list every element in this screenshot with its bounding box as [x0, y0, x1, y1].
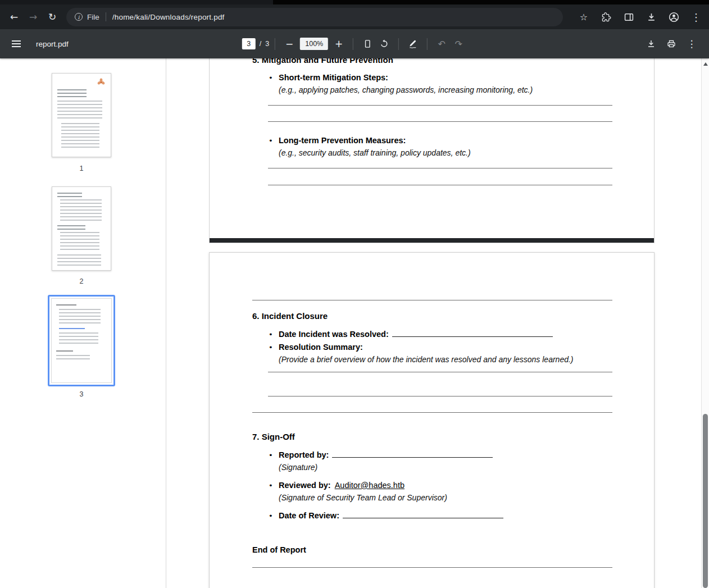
toolbar-divider [275, 38, 275, 50]
ruled-line [268, 121, 612, 122]
reviewed-by-item: •Reviewed by:Auditor@hades.htb [269, 480, 405, 491]
pdf-toolbar-center: 3 / 3 − 100% + ↶ ↷ [242, 29, 467, 58]
page-number-input[interactable]: 3 [242, 38, 256, 49]
profile-avatar-icon[interactable] [665, 8, 682, 25]
fill-in-blank[interactable] [392, 329, 553, 337]
thumbnail-link-line [59, 328, 85, 329]
pdf-more-options-icon[interactable]: ⋮ [683, 35, 700, 52]
short-term-item: •Short-term Mitigation Steps: [269, 72, 388, 83]
pdf-toolbar-right: ⋮ [643, 35, 700, 52]
fit-page-icon[interactable] [359, 35, 376, 52]
ruled-line [252, 300, 612, 300]
ruled-line [268, 396, 612, 396]
address-bar[interactable]: i File /home/kali/Downloads/report.pdf [66, 8, 563, 26]
bullet-icon: • [269, 342, 279, 353]
section5-heading: 5. Mitigation and Future Prevention [252, 58, 393, 66]
thumbnail-text-lines [61, 123, 99, 149]
thumbnail-text-lines [56, 350, 73, 352]
menu-icon[interactable] [6, 33, 27, 54]
pdf-page-2: 5. Mitigation and Future Prevention •Sho… [209, 58, 655, 243]
reload-icon[interactable]: ↻ [43, 7, 62, 26]
print-icon[interactable] [663, 35, 680, 52]
page-total: 3 [265, 40, 269, 48]
page-thumbnail-1[interactable] [52, 73, 111, 157]
toolbar-divider [427, 38, 428, 50]
thumbnail-label-2: 2 [52, 277, 111, 285]
thumbnail-label-3: 3 [48, 390, 115, 398]
bullet-icon: • [269, 329, 279, 340]
bookmark-star-icon[interactable]: ☆ [575, 8, 592, 25]
short-term-label: Short-term Mitigation Steps: [279, 73, 388, 82]
page-count-divider: / [260, 40, 261, 48]
pdf-viewer[interactable]: 5. Mitigation and Future Prevention •Sho… [167, 58, 701, 588]
toolbar-divider [398, 38, 399, 50]
long-term-label: Long-term Prevention Measures: [279, 136, 406, 145]
reported-by-label: Reported by: [279, 450, 329, 459]
document-title: report.pdf [36, 40, 69, 48]
thumbnail-text-lines [56, 304, 76, 306]
end-of-report: End of Report [252, 544, 306, 555]
resolution-item: •Resolution Summary: [269, 341, 363, 353]
extensions-icon[interactable] [598, 8, 615, 25]
browser-tab-sliver[interactable] [0, 0, 273, 4]
downloads-tray-icon[interactable] [643, 8, 660, 25]
undo-icon[interactable]: ↶ [433, 35, 450, 52]
reviewed-by-hint: (Signature of Security Team Lead or Supe… [279, 492, 447, 503]
bullet-icon: • [269, 480, 279, 491]
thumbnail-text-lines [57, 225, 85, 230]
side-panel-icon[interactable] [620, 8, 637, 25]
date-of-review-item: •Date of Review: [269, 510, 503, 521]
bullet-icon: • [269, 510, 279, 522]
download-icon[interactable] [643, 35, 660, 52]
thumbnail-text-lines [57, 254, 101, 266]
annotate-pen-icon[interactable] [405, 35, 421, 52]
url-path-text[interactable]: /home/kali/Downloads/report.pdf [112, 13, 225, 21]
redo-icon[interactable]: ↷ [450, 35, 467, 52]
thumbnail-text-lines [57, 193, 82, 197]
browser-toolbar: ← → ↻ i File /home/kali/Downloads/report… [0, 4, 709, 29]
thumbnail-text-lines [56, 355, 90, 359]
back-icon[interactable]: ← [4, 7, 24, 26]
thumbnail-text-lines [60, 232, 99, 251]
zoom-level[interactable]: 100% [300, 38, 328, 50]
short-term-hint: (e.g., applying patches, changing passwo… [279, 84, 533, 95]
browser-menu-icon[interactable]: ⋮ [688, 8, 705, 25]
ruled-line [268, 105, 612, 106]
ruled-line [268, 168, 612, 168]
window-top-strip [0, 0, 709, 4]
pdf-page-3: 6. Incident Closure •Date Incident was R… [209, 252, 655, 588]
rotate-icon[interactable] [376, 35, 393, 52]
thumbnail-text-lines [57, 89, 87, 97]
scrollbar-thumb[interactable] [703, 414, 708, 588]
page-thumbnail-2[interactable] [52, 186, 111, 271]
ruled-line [268, 185, 612, 185]
reported-by-item: •Reported by: [269, 449, 493, 461]
long-term-hint: (e.g., security audits, staff training, … [279, 147, 471, 158]
date-resolved-item: •Date Incident was Resolved: [269, 329, 553, 340]
resolution-label: Resolution Summary: [279, 343, 363, 352]
vertical-scrollbar[interactable] [701, 58, 709, 588]
date-of-review-label: Date of Review: [279, 511, 339, 520]
reviewed-by-signature[interactable]: Auditor@hades.htb [335, 481, 405, 490]
thumbnail-label-1: 1 [52, 165, 111, 172]
thumbnail-page-3 [51, 298, 112, 383]
thumbnail-sidebar: 1 2 3 [0, 58, 166, 588]
ruled-line [268, 372, 612, 372]
forward-icon[interactable]: → [24, 7, 43, 26]
thumbnail-text-lines [59, 309, 101, 325]
long-term-item: •Long-term Prevention Measures: [269, 135, 406, 146]
bullet-icon: • [269, 72, 279, 84]
zoom-out-icon[interactable]: − [281, 35, 298, 52]
page-thumbnail-3-selected[interactable] [48, 295, 115, 386]
scroll-up-arrow-icon[interactable] [703, 62, 708, 66]
fill-in-blank[interactable] [332, 449, 493, 458]
section7-heading: 7. Sign-Off [252, 431, 295, 443]
bullet-icon: • [269, 450, 279, 461]
bullet-icon: • [269, 135, 279, 147]
thumbnail-text-lines [59, 332, 98, 345]
fill-in-blank[interactable] [343, 510, 503, 518]
flower-logo-icon [97, 78, 106, 86]
page-info-icon[interactable]: i [75, 13, 83, 21]
zoom-in-icon[interactable]: + [330, 35, 347, 52]
thumbnail-text-lines [60, 199, 102, 222]
